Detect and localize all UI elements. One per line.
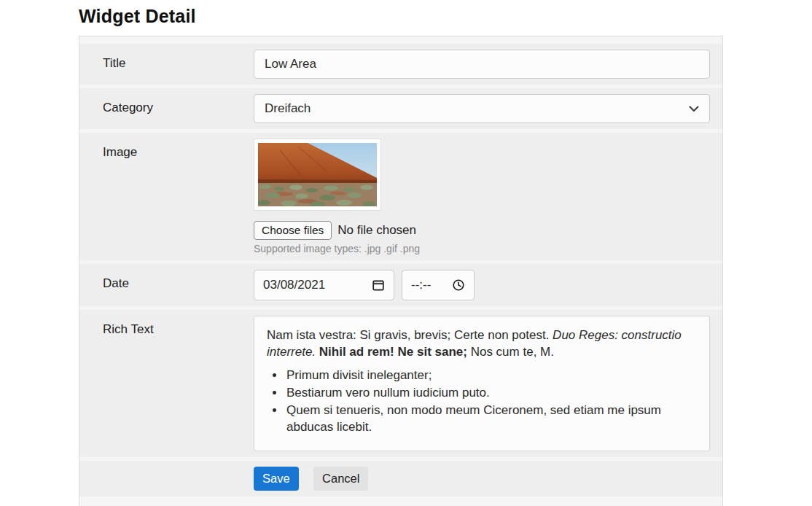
form-row-rich-text: Rich Text Nam ista vestra: Si gravis, br…	[79, 310, 722, 457]
actions-label-spacer	[103, 467, 254, 473]
rich-text-bullet: Quem si tenueris, non modo meum Cicerone…	[285, 402, 696, 435]
rich-text-editor[interactable]: Nam ista vestra: Si gravis, brevis; Cert…	[254, 316, 710, 451]
form-row-image: Image	[79, 133, 722, 260]
image-thumbnail	[258, 143, 377, 206]
cancel-button[interactable]: Cancel	[313, 467, 368, 491]
rich-text-segment-bold: Nihil ad rem! Ne sit sane;	[319, 345, 471, 359]
title-input[interactable]	[254, 50, 710, 79]
category-selected-value: Dreifach	[265, 101, 311, 116]
calendar-icon[interactable]	[372, 279, 385, 292]
form-row-category: Category Dreifach	[79, 88, 722, 129]
clock-icon[interactable]	[452, 279, 465, 292]
choose-files-button[interactable]: Choose files	[254, 221, 332, 240]
image-thumbnail-card	[254, 139, 381, 211]
time-value: --:--	[411, 278, 431, 292]
form-row-actions: Save Cancel	[79, 461, 722, 497]
title-label: Title	[103, 50, 254, 71]
rich-text-label: Rich Text	[103, 316, 254, 337]
rich-text-bullet: Primum divisit ineleganter;	[285, 367, 696, 384]
image-label: Image	[103, 139, 254, 160]
page-title: Widget Detail	[79, 6, 812, 27]
chevron-down-icon	[689, 106, 699, 112]
category-label: Category	[103, 94, 254, 115]
form-row-date: Date 03/08/2021 --:--	[79, 264, 722, 306]
rich-text-bullet-list: Primum divisit ineleganter; Bestiarum ve…	[267, 367, 696, 435]
category-select[interactable]: Dreifach	[254, 94, 710, 123]
file-status-text: No file chosen	[337, 223, 416, 238]
save-button[interactable]: Save	[254, 467, 299, 491]
rich-text-segment: Nam ista vestra: Si gravis, brevis; Cert…	[267, 328, 553, 342]
date-input[interactable]: 03/08/2021	[254, 270, 394, 300]
rich-text-paragraph: Nam ista vestra: Si gravis, brevis; Cert…	[267, 327, 696, 360]
date-label: Date	[103, 270, 254, 291]
image-types-hint: Supported image types: .jpg .gif .png	[254, 243, 710, 254]
time-input[interactable]: --:--	[402, 270, 475, 300]
rich-text-segment: Nos cum te, M.	[471, 345, 554, 359]
widget-detail-form: Title Category Dreifach Image	[79, 36, 723, 506]
rich-text-bullet: Bestiarum vero nullum iudicium puto.	[285, 384, 696, 401]
form-row-title: Title	[79, 44, 722, 85]
date-value: 03/08/2021	[263, 278, 325, 292]
